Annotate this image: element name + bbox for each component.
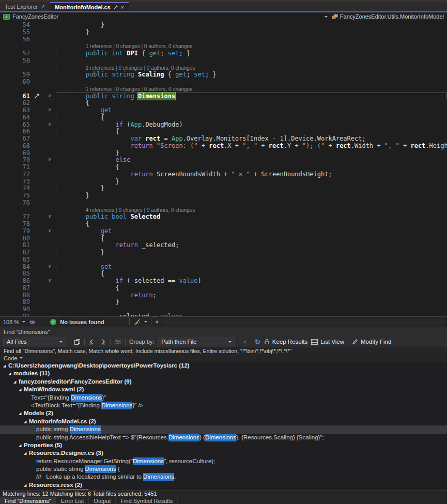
- code-row[interactable]: 70∨else: [0, 156, 447, 163]
- fold-chevron-icon[interactable]: ∨: [43, 156, 56, 163]
- code-row[interactable]: 54}: [0, 21, 447, 28]
- expander-icon[interactable]: ◢: [3, 362, 8, 370]
- panel-tab-1[interactable]: Error List: [56, 497, 89, 504]
- refresh-icon[interactable]: ↻: [255, 338, 260, 346]
- codelens-text[interactable]: 2 references | 0 changes | 0 authors, 0 …: [86, 65, 195, 71]
- result-row[interactable]: public string AccessibleHelpText => $"{R…: [0, 434, 447, 441]
- list-view-button[interactable]: List View: [311, 339, 344, 345]
- tree-node[interactable]: ◢modules (11): [0, 370, 447, 377]
- modify-find-button[interactable]: Modify Find: [352, 339, 391, 345]
- code-row[interactable]: 86∨if (_selected == value): [0, 277, 447, 284]
- code-row[interactable]: 55}: [0, 28, 447, 36]
- code-row[interactable]: 78{: [0, 220, 447, 227]
- result-row[interactable]: public static string Dimensions {: [0, 465, 447, 473]
- tree-node[interactable]: ◢Properties (5): [0, 441, 447, 449]
- code-row[interactable]: 90: [0, 306, 447, 313]
- code-row[interactable]: 75}: [0, 192, 447, 199]
- code-row[interactable]: 60: [0, 78, 447, 85]
- find-results-tree[interactable]: ◢C:\Users\zhaopengwang\Desktop\powertoys…: [0, 362, 447, 490]
- code-row[interactable]: 68return "Screen: (" + rect.X + ", " + r…: [0, 142, 447, 149]
- code-row[interactable]: 61∨public string Dimensions: [0, 93, 447, 100]
- code-row[interactable]: 89}: [0, 298, 447, 306]
- code-row[interactable]: 59public string Scaling { get; set; }: [0, 71, 447, 78]
- result-row[interactable]: /// Looks up a localized string similar …: [0, 473, 447, 481]
- code-row[interactable]: 80{: [0, 235, 447, 242]
- code-row[interactable]: 58: [0, 57, 447, 64]
- code-row[interactable]: 57public int DPI { get; set; }: [0, 50, 447, 57]
- scroll-left-icon[interactable]: ◀: [155, 319, 158, 324]
- chevron-down-icon[interactable]: [144, 321, 147, 324]
- code-row[interactable]: 81return _selected;: [0, 241, 447, 249]
- tab-monitorinfomodel[interactable]: MonitorInfoModel.cs ×: [50, 2, 129, 11]
- project-dropdown[interactable]: FancyZonesEditor: [12, 13, 58, 20]
- pin-icon[interactable]: [40, 4, 45, 9]
- tree-node[interactable]: ◢C:\Users\zhaopengwang\Desktop\powertoys…: [0, 362, 447, 370]
- screwdriver-icon[interactable]: [30, 93, 43, 100]
- code-row[interactable]: 88return;: [0, 292, 447, 299]
- expander-icon[interactable]: ◢: [19, 386, 24, 393]
- expander-icon[interactable]: ◢: [19, 409, 24, 417]
- code-editor[interactable]: 54}55}561 reference | 0 changes | 0 auth…: [0, 21, 447, 316]
- copilot-icon[interactable]: [29, 319, 36, 325]
- code-row[interactable]: 71{: [0, 163, 447, 171]
- code-row[interactable]: 66{: [0, 128, 447, 135]
- tree-node[interactable]: ◢Resources.resx (2): [0, 481, 447, 489]
- codelens-row[interactable]: 4 references | 0 changes | 0 authors, 0 …: [0, 206, 447, 213]
- expander-icon[interactable]: ◢: [24, 481, 29, 489]
- fold-chevron-icon[interactable]: ∨: [43, 93, 56, 100]
- code-row[interactable]: 79∨get: [0, 227, 447, 235]
- code-row[interactable]: 65∨if (App.DebugMode): [0, 121, 447, 128]
- copy-icon[interactable]: [74, 339, 81, 345]
- code-row[interactable]: 91_selected = value;: [0, 313, 447, 316]
- panel-tab-2[interactable]: Output: [89, 497, 116, 504]
- code-row[interactable]: 83: [0, 256, 447, 263]
- code-row[interactable]: 62{: [0, 99, 447, 106]
- scope-dropdown[interactable]: All Files: [3, 338, 66, 346]
- panel-tab-3[interactable]: Find Symbol Results: [116, 497, 178, 504]
- tree-node[interactable]: ◢fancyzones\editor\FancyZonesEditor (9): [0, 378, 447, 386]
- horizontal-scrollbar[interactable]: [162, 319, 444, 325]
- code-row[interactable]: 84∨set: [0, 263, 447, 270]
- result-row[interactable]: <TextBlock Text="{Binding Dimensions}" /…: [0, 402, 447, 409]
- code-row[interactable]: 76: [0, 199, 447, 206]
- keep-results-button[interactable]: Keep Results: [264, 339, 307, 345]
- expander-icon[interactable]: ◢: [8, 370, 13, 377]
- expander-icon[interactable]: ◢: [24, 418, 29, 425]
- pin-icon[interactable]: [113, 5, 118, 10]
- tree-node[interactable]: ◢MainWindow.xaml (2): [0, 386, 447, 393]
- tree-node[interactable]: ◢MonitorInfoModel.cs (2): [0, 418, 447, 425]
- zoom-control[interactable]: 108 %: [3, 319, 25, 325]
- code-row[interactable]: 64{: [0, 114, 447, 121]
- fold-chevron-icon[interactable]: ∨: [43, 121, 56, 128]
- chevron-down-icon[interactable]: [325, 16, 328, 19]
- result-row[interactable]: Text="{Binding Dimensions}": [0, 394, 447, 402]
- expander-icon[interactable]: ◢: [19, 441, 24, 449]
- group-by-dropdown[interactable]: Path then File: [158, 338, 235, 346]
- code-row[interactable]: 82}: [0, 249, 447, 256]
- code-row[interactable]: 63∨get: [0, 106, 447, 114]
- code-row[interactable]: 74}: [0, 185, 447, 192]
- codelens-text[interactable]: 1 reference | 0 changes | 0 authors, 0 c…: [86, 43, 192, 49]
- fold-chevron-icon[interactable]: ∨: [43, 227, 56, 235]
- issues-status[interactable]: No issues found: [60, 319, 104, 325]
- expander-icon[interactable]: ◢: [24, 449, 29, 457]
- fold-chevron-icon[interactable]: ∨: [43, 263, 56, 270]
- tree-node[interactable]: ◢Models (2): [0, 409, 447, 417]
- result-row[interactable]: return ResourceManager.GetString("Dimens…: [0, 457, 447, 465]
- fold-chevron-icon[interactable]: ∨: [43, 277, 56, 284]
- code-cleanup-icon[interactable]: [133, 319, 141, 325]
- code-row[interactable]: 73}: [0, 178, 447, 185]
- fold-chevron-icon[interactable]: ∨: [43, 106, 56, 114]
- panel-tab-0[interactable]: Find "Dimensions": [0, 497, 56, 504]
- next-location-icon[interactable]: [99, 339, 106, 345]
- type-member-dropdown[interactable]: FancyZonesEditor.Utils.MonitorInfoModel: [340, 13, 444, 20]
- tree-node[interactable]: ◢Resources.Designer.cs (3): [0, 449, 447, 457]
- fold-chevron-icon[interactable]: ∨: [43, 213, 56, 220]
- codelens-row[interactable]: 1 reference | 0 changes | 0 authors, 0 c…: [0, 42, 447, 50]
- codelens-row[interactable]: 1 reference | 0 changes | 0 authors, 0 c…: [0, 85, 447, 93]
- result-filter-dropdown[interactable]: Code: [0, 354, 447, 362]
- code-row[interactable]: 77∨public bool Selected: [0, 213, 447, 220]
- code-row[interactable]: 85{: [0, 270, 447, 277]
- code-row[interactable]: 69}: [0, 149, 447, 157]
- expander-icon[interactable]: ◢: [13, 378, 19, 386]
